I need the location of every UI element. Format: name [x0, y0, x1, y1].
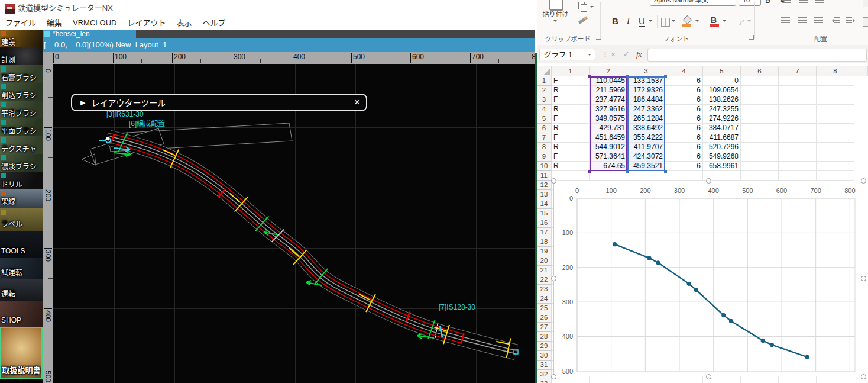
cell[interactable]: [817, 124, 854, 133]
layouter-tool-panel[interactable]: ▶ レイアウターツール ×: [71, 94, 367, 111]
cell[interactable]: [665, 171, 703, 181]
cell[interactable]: 274.9226: [703, 114, 741, 124]
cell[interactable]: [779, 124, 817, 133]
merge-center-icon[interactable]: [863, 17, 868, 27]
cell[interactable]: 6: [665, 124, 703, 133]
row-header-26[interactable]: 26: [537, 313, 552, 323]
copy-dropdown-icon[interactable]: [590, 6, 594, 9]
enter-icon[interactable]: ✓: [623, 49, 630, 60]
cell[interactable]: 6: [665, 95, 703, 105]
cell[interactable]: [817, 114, 854, 124]
range-handle[interactable]: [626, 75, 629, 78]
cell[interactable]: [552, 379, 590, 383]
row-header-6[interactable]: 6: [537, 124, 552, 133]
cell[interactable]: R: [552, 143, 590, 152]
column-header-7[interactable]: 7: [779, 66, 817, 76]
cell[interactable]: F: [552, 95, 590, 105]
row-header-30[interactable]: 30: [537, 351, 552, 361]
cell[interactable]: R: [552, 105, 590, 114]
decrease-indent-icon[interactable]: [834, 17, 840, 24]
range-handle[interactable]: [588, 170, 591, 173]
sidebar-item-ドリル[interactable]: ドリル: [0, 172, 43, 189]
chart-resize-handle[interactable]: [706, 374, 711, 379]
fill-color-icon[interactable]: [683, 15, 692, 25]
menu-item-レイアウト[interactable]: レイアウト: [122, 17, 171, 30]
row-header-28[interactable]: 28: [537, 332, 552, 342]
row-header-32[interactable]: 32: [537, 370, 552, 379]
cell[interactable]: F: [552, 152, 590, 162]
sidebar-item-取扱説明書[interactable]: 取扱説明書: [0, 327, 43, 379]
cell[interactable]: 138.2626: [703, 95, 741, 105]
close-icon[interactable]: ×: [354, 96, 360, 108]
cell[interactable]: 658.9961: [703, 162, 741, 171]
row-header-8[interactable]: 8: [537, 143, 552, 152]
column-header-4[interactable]: 4: [665, 66, 703, 76]
menu-item-ファイル[interactable]: ファイル: [0, 17, 41, 30]
increase-indent-icon[interactable]: [846, 17, 852, 24]
range-handle[interactable]: [664, 170, 667, 173]
menu-item-表示[interactable]: 表示: [171, 17, 197, 30]
column-header-6[interactable]: 6: [741, 66, 779, 76]
underline-button[interactable]: U: [639, 16, 645, 27]
row-header-7[interactable]: 7: [537, 133, 552, 143]
row-header-14[interactable]: 14: [537, 199, 552, 209]
cell[interactable]: [817, 162, 854, 171]
sidebar-item-石膏ブラシ[interactable]: 石膏ブラシ: [0, 65, 43, 83]
insert-function-icon[interactable]: fx: [636, 49, 642, 60]
cell[interactable]: 6: [665, 86, 703, 95]
format-painter-icon[interactable]: [578, 18, 586, 24]
chart-resize-handle[interactable]: [551, 374, 556, 379]
range-handle[interactable]: [588, 75, 591, 78]
cell[interactable]: [779, 162, 817, 171]
sidebar-item-SHOP[interactable]: SHOP: [0, 301, 43, 327]
phonetic-dropdown-icon[interactable]: [747, 20, 751, 24]
row-header-29[interactable]: 29: [537, 342, 552, 351]
cell[interactable]: [779, 133, 817, 143]
name-box-splitter-icon[interactable]: ⋮: [601, 49, 609, 60]
row-header-17[interactable]: 17: [537, 228, 552, 237]
cell[interactable]: [817, 133, 854, 143]
borders-dropdown-icon[interactable]: [672, 20, 675, 24]
chart-resize-handle[interactable]: [706, 178, 711, 184]
sidebar-item-ラベル[interactable]: ラベル: [0, 208, 43, 231]
cell[interactable]: [741, 105, 779, 114]
sidebar-item-平面ブラシ[interactable]: 平面ブラシ: [0, 118, 43, 136]
row-header-1[interactable]: 1: [537, 76, 552, 86]
sidebar-item-建設[interactable]: 建設: [0, 30, 43, 47]
select-all-corner[interactable]: [537, 66, 552, 76]
cell[interactable]: [817, 86, 854, 95]
cell[interactable]: [552, 171, 590, 181]
row-header-3[interactable]: 3: [537, 95, 552, 105]
row-header-10[interactable]: 10: [537, 162, 552, 171]
menu-item-VRMCLOUD[interactable]: VRMCLOUD: [67, 17, 122, 30]
align-top-icon[interactable]: [782, 0, 791, 4]
column-header-partial[interactable]: [854, 66, 868, 76]
column-header-2[interactable]: 2: [590, 66, 627, 76]
row-header-21[interactable]: 21: [537, 266, 552, 275]
italic-button[interactable]: I: [627, 16, 630, 26]
row-header-13[interactable]: 13: [537, 190, 552, 199]
cell[interactable]: F: [552, 76, 590, 86]
column-header-8[interactable]: 8: [817, 66, 854, 76]
sidebar-item-運転[interactable]: 運転: [0, 279, 43, 301]
tab-hensei-len[interactable]: *hensei_len: [43, 30, 136, 38]
grow-font-button[interactable]: B: [765, 0, 770, 5]
cell[interactable]: 6: [665, 76, 703, 86]
cell[interactable]: [741, 162, 779, 171]
row-header-25[interactable]: 25: [537, 304, 552, 313]
cell[interactable]: [817, 379, 854, 383]
formula-input[interactable]: [647, 49, 867, 62]
cell[interactable]: [590, 171, 627, 181]
align-middle-icon[interactable]: [799, 0, 808, 4]
cell[interactable]: R: [552, 86, 590, 95]
cell[interactable]: [741, 114, 779, 124]
paste-dropdown-icon[interactable]: [553, 20, 557, 24]
cell[interactable]: R: [552, 124, 590, 133]
range-handle[interactable]: [626, 170, 629, 173]
cell[interactable]: [817, 95, 854, 105]
cell[interactable]: [741, 95, 779, 105]
cell[interactable]: 247.3255: [703, 105, 741, 114]
chart-y-range-selection[interactable]: [627, 76, 665, 171]
row-header-20[interactable]: 20: [537, 256, 552, 266]
cell[interactable]: 411.6687: [703, 133, 741, 143]
